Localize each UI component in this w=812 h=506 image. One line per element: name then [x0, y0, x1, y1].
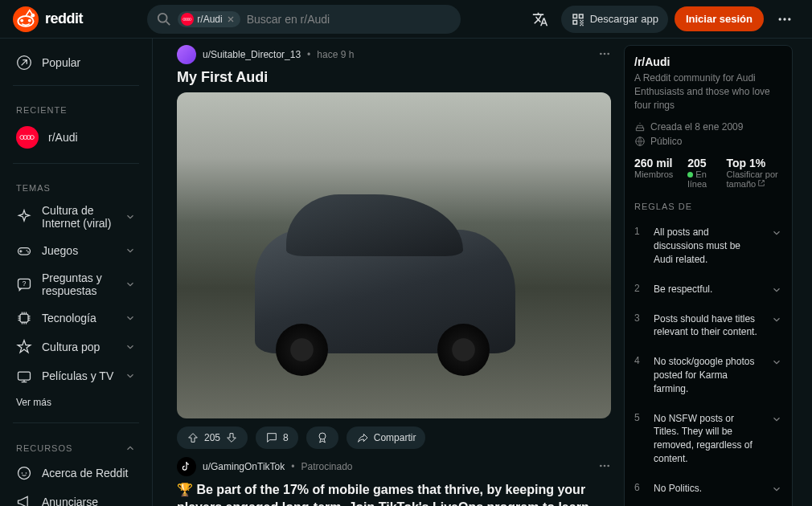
chevron-down-icon: [125, 312, 136, 324]
post-time: hace 9 h: [317, 49, 354, 60]
stat-rank[interactable]: Top 1% Clasificar por tamaño: [727, 157, 783, 189]
vote-button[interactable]: 205: [177, 426, 248, 449]
more-icon: [598, 459, 611, 472]
sidebar-item-raudi[interactable]: r/Audi: [6, 120, 146, 155]
sidebar-item-label: Cultura de Internet (viral): [42, 204, 115, 230]
sidebar-item-label: Tecnología: [42, 312, 115, 324]
svg-point-5: [158, 13, 167, 22]
search-scope-pill[interactable]: r/Audi: [178, 11, 240, 27]
search-bar[interactable]: r/Audi: [147, 5, 461, 34]
more-button[interactable]: [770, 5, 799, 34]
community-title: /r/Audi: [634, 55, 782, 68]
rule-item[interactable]: 3Posts should have titles relevant to th…: [634, 304, 782, 348]
external-link-icon: [757, 179, 765, 187]
vote-count: 205: [204, 432, 220, 443]
svg-point-26: [22, 472, 23, 474]
sidebar-item-tech[interactable]: Tecnología: [6, 304, 146, 333]
rule-number: 1: [634, 226, 644, 237]
download-app-label: Descargar app: [590, 13, 658, 25]
sidebar-item-label: Anunciarse: [42, 496, 136, 506]
rule-item[interactable]: 4No stock/google photos posted for Karma…: [634, 347, 782, 403]
reddit-logo[interactable]: reddit: [13, 6, 83, 32]
tiktok-icon: [181, 461, 192, 472]
post-title[interactable]: 🏆 Be part of the 17% of mobile games tha…: [177, 481, 611, 506]
award-icon: [316, 431, 329, 444]
post-image[interactable]: [177, 92, 611, 418]
sidebar-item-label: r/Audi: [48, 131, 136, 144]
divider: [13, 422, 139, 423]
rule-item[interactable]: 1All posts and discussions must be Audi …: [634, 218, 782, 274]
login-button[interactable]: Iniciar sesión: [675, 6, 764, 31]
rule-item[interactable]: 2Be respectful.: [634, 275, 782, 304]
rule-number: 3: [634, 312, 644, 324]
post-title[interactable]: My First Audi: [177, 69, 611, 86]
translate-button[interactable]: [526, 5, 555, 34]
search-input[interactable]: [247, 13, 452, 26]
rule-item[interactable]: 7Violation could result in mute/ban for …: [634, 504, 782, 506]
chevron-down-icon: [125, 211, 136, 222]
svg-point-20: [27, 251, 29, 253]
rule-number: 4: [634, 355, 644, 366]
sidebar-item-qa[interactable]: ? Preguntas y respuestas: [6, 265, 146, 304]
sidebar-item-label: Popular: [42, 56, 136, 69]
section-topics[interactable]: TEMAS: [6, 172, 146, 198]
rule-text: Posts should have titles relevant to the…: [654, 312, 761, 340]
rule-item[interactable]: 5No NSFW posts or Titles. They will be r…: [634, 404, 782, 474]
main: u/Suitable_Director_13 • hace 9 h My Fir…: [153, 39, 812, 506]
rules-head: REGLAS DE: [634, 202, 782, 211]
post-author[interactable]: u/GamingOnTikTok: [203, 461, 285, 472]
globe-icon: [634, 136, 646, 147]
rule-text: Be respectful.: [654, 283, 761, 296]
layout: Popular RECIENTE r/Audi TEMAS Cultura de…: [0, 39, 812, 506]
sponsored-label: Patrocinado: [301, 461, 352, 472]
avatar[interactable]: [177, 457, 196, 476]
right-rail: /r/Audi A Reddit community for Audi Enth…: [624, 45, 793, 500]
avatar[interactable]: [177, 45, 196, 64]
svg-point-39: [607, 464, 609, 467]
download-app-button[interactable]: Descargar app: [561, 6, 668, 33]
chevron-down-icon: [771, 357, 782, 368]
translate-icon: [532, 11, 548, 27]
comment-icon: [265, 431, 278, 444]
post-head: u/Suitable_Director_13 • hace 9 h: [177, 45, 611, 64]
svg-point-36: [319, 433, 326, 439]
svg-point-37: [600, 464, 602, 467]
chevron-up-icon: [125, 443, 136, 454]
public-row: Público: [634, 136, 782, 147]
search-wrap: r/Audi: [96, 5, 513, 34]
svg-point-38: [604, 464, 606, 467]
svg-point-19: [27, 250, 28, 251]
comments-button[interactable]: 8: [256, 426, 298, 449]
share-button[interactable]: Compartir: [347, 426, 426, 449]
audi-icon: [181, 13, 194, 26]
post-menu-button[interactable]: [598, 459, 611, 475]
sidebar-item-about[interactable]: Acerca de Reddit: [6, 459, 146, 488]
ver-mas-link[interactable]: Ver más: [6, 390, 146, 414]
award-button[interactable]: [306, 426, 338, 449]
share-label: Compartir: [374, 432, 416, 443]
svg-point-12: [788, 18, 790, 20]
section-recent[interactable]: RECIENTE: [6, 94, 146, 120]
sidebar: Popular RECIENTE r/Audi TEMAS Cultura de…: [0, 39, 153, 506]
post-author[interactable]: u/Suitable_Director_13: [203, 49, 301, 60]
divider: [13, 85, 139, 86]
stat-online: 205 En línea: [687, 157, 712, 189]
section-resources[interactable]: RECURSOS: [6, 431, 146, 459]
svg-point-33: [600, 52, 602, 55]
sidebar-item-internet-culture[interactable]: Cultura de Internet (viral): [6, 198, 146, 236]
sidebar-item-pop-culture[interactable]: Cultura pop: [6, 333, 146, 361]
rule-item[interactable]: 6No Politics.: [634, 474, 782, 504]
rule-number: 6: [634, 482, 644, 493]
close-icon[interactable]: [226, 14, 236, 24]
sidebar-item-games[interactable]: Juegos: [6, 236, 146, 265]
sidebar-item-movies-tv[interactable]: Películas y TV: [6, 361, 146, 390]
sidebar-item-advertise[interactable]: Anunciarse: [6, 488, 146, 506]
stat-members: 260 mil Miembros: [634, 157, 673, 189]
post: u/Suitable_Director_13 • hace 9 h My Fir…: [177, 45, 611, 449]
sparkle-icon: [16, 209, 32, 225]
post-menu-button[interactable]: [598, 47, 611, 63]
divider: [13, 163, 139, 164]
rule-text: No Politics.: [654, 482, 761, 496]
sidebar-item-popular[interactable]: Popular: [6, 48, 146, 77]
more-icon: [777, 11, 793, 27]
